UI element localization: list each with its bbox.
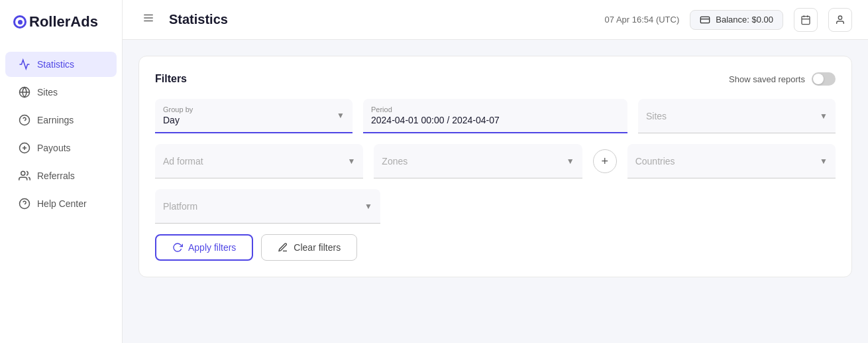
ad-format-placeholder: Ad format — [163, 156, 339, 167]
countries-select[interactable]: Countries ▼ — [627, 144, 836, 178]
sidebar-item-earnings[interactable]: Earnings — [5, 107, 117, 133]
hamburger-icon — [142, 12, 154, 24]
ad-format-chevron-icon: ▼ — [347, 157, 355, 166]
user-icon — [835, 15, 845, 25]
add-filter-button[interactable]: + — [593, 149, 617, 173]
sites-chevron-icon: ▼ — [820, 111, 828, 121]
show-saved-label: Show saved reports — [729, 74, 805, 84]
svg-rect-15 — [802, 16, 810, 24]
svg-rect-13 — [701, 17, 710, 23]
sites-select[interactable]: Sites ▼ — [638, 99, 836, 133]
group-by-value: Day — [163, 115, 329, 125]
group-by-label: Group by — [163, 105, 329, 113]
svg-point-7 — [21, 171, 25, 175]
countries-placeholder: Countries — [635, 156, 812, 167]
topbar: Statistics 07 Apr 16:54 (UTC) Balance: $… — [123, 0, 868, 40]
show-saved-reports[interactable]: Show saved reports — [729, 72, 836, 86]
balance-button[interactable]: Balance: $0.00 — [690, 10, 783, 30]
logo-text: RollerAds — [29, 13, 98, 31]
filters-card: Filters Show saved reports Group by Day … — [138, 56, 852, 277]
sites-placeholder: Sites — [646, 111, 812, 121]
content-area: Filters Show saved reports Group by Day … — [123, 40, 868, 343]
sidebar-label-referrals: Referrals — [37, 171, 75, 181]
group-by-select[interactable]: Group by Day ▼ — [155, 99, 353, 133]
sidebar-label-earnings: Earnings — [37, 115, 74, 125]
datetime-display: 07 Apr 16:54 (UTC) — [605, 15, 680, 25]
sites-icon — [19, 86, 30, 98]
zones-select[interactable]: Zones ▼ — [374, 144, 582, 178]
sidebar: RollerAds Statistics Sites Earnings — [0, 0, 123, 343]
main-content: Statistics 07 Apr 16:54 (UTC) Balance: $… — [123, 0, 868, 343]
ad-format-select[interactable]: Ad format ▼ — [155, 144, 363, 178]
period-label: Period — [371, 105, 620, 113]
sidebar-item-sites[interactable]: Sites — [5, 80, 117, 105]
sidebar-item-referrals[interactable]: Referrals — [5, 163, 117, 188]
zones-placeholder: Zones — [382, 156, 558, 167]
platform-select[interactable]: Platform ▼ — [155, 189, 380, 224]
period-value: 2024-04-01 00:00 / 2024-04-07 — [371, 115, 620, 125]
logo: RollerAds — [0, 13, 122, 50]
balance-label: Balance: $0.00 — [716, 15, 773, 25]
calendar-icon — [800, 15, 811, 25]
sidebar-item-payouts[interactable]: Payouts — [5, 135, 117, 161]
group-by-chevron-icon: ▼ — [337, 111, 345, 120]
platform-placeholder: Platform — [163, 201, 356, 212]
show-saved-toggle[interactable] — [812, 72, 836, 86]
balance-icon — [700, 15, 710, 25]
clear-filters-button[interactable]: Clear filters — [261, 234, 357, 261]
action-row: Apply filters Clear filters — [155, 234, 836, 261]
calendar-button[interactable] — [794, 8, 818, 32]
payouts-icon — [19, 142, 30, 154]
countries-chevron-icon: ▼ — [820, 157, 828, 166]
menu-toggle-button[interactable] — [138, 8, 158, 31]
sidebar-item-help[interactable]: Help Center — [5, 191, 117, 216]
logo-icon — [13, 15, 27, 29]
filters-title: Filters — [155, 73, 187, 85]
clear-icon — [278, 242, 288, 253]
platform-chevron-icon: ▼ — [364, 202, 372, 211]
zones-chevron-icon: ▼ — [567, 157, 574, 166]
referrals-icon — [19, 170, 30, 182]
apply-icon — [172, 242, 183, 253]
sidebar-label-help: Help Center — [37, 198, 87, 209]
sidebar-label-sites: Sites — [37, 87, 58, 98]
help-icon — [19, 198, 30, 210]
apply-btn-label: Apply filters — [188, 242, 236, 253]
filter-row-1: Group by Day ▼ Period 2024-04-01 00:00 /… — [155, 99, 836, 133]
statistics-icon — [19, 58, 30, 70]
sidebar-label-payouts: Payouts — [37, 143, 71, 153]
earnings-icon — [19, 114, 30, 126]
clear-btn-label: Clear filters — [294, 242, 341, 253]
filter-row-2: Ad format ▼ Zones ▼ + Countries ▼ — [155, 144, 836, 178]
svg-point-19 — [838, 16, 841, 19]
sidebar-label-statistics: Statistics — [37, 59, 74, 70]
filters-header: Filters Show saved reports — [155, 72, 836, 86]
apply-filters-button[interactable]: Apply filters — [155, 234, 253, 261]
page-title: Statistics — [169, 12, 594, 27]
sidebar-item-statistics[interactable]: Statistics — [5, 52, 117, 77]
filter-row-3: Platform ▼ — [155, 189, 836, 224]
user-button[interactable] — [828, 8, 852, 32]
period-select[interactable]: Period 2024-04-01 00:00 / 2024-04-07 — [363, 99, 627, 133]
